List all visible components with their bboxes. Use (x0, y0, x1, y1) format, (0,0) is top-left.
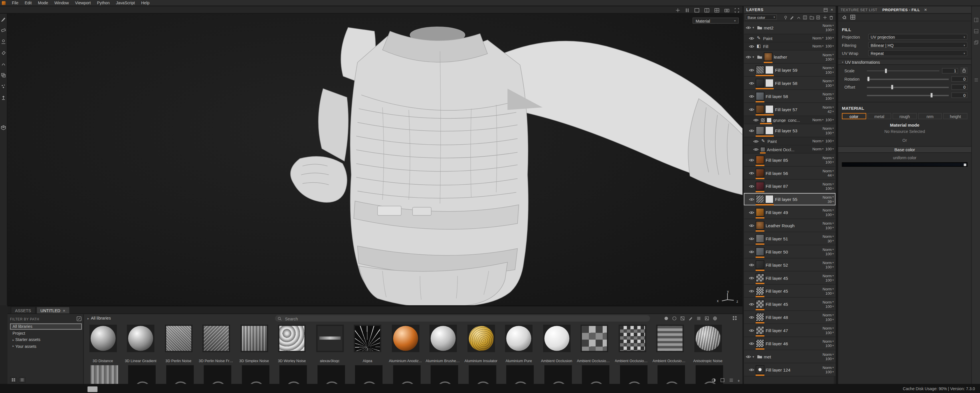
panel-bottom-icon[interactable] (974, 29, 978, 33)
layer-opacity-value[interactable]: 100 (826, 44, 832, 48)
assets-tab[interactable]: UNTITLED × (36, 306, 70, 313)
asset-item[interactable] (506, 365, 534, 384)
blend-mode-dropdown[interactable]: Norm (822, 126, 832, 130)
blend-mode-dropdown[interactable]: Norm (822, 326, 832, 330)
visibility-eye-icon[interactable] (748, 236, 754, 241)
visibility-eye-icon[interactable] (752, 118, 759, 122)
eraser-tool-icon[interactable] (1, 27, 6, 33)
add-layer-icon[interactable] (822, 14, 827, 19)
visibility-eye-icon[interactable] (748, 289, 754, 293)
add-asset-icon[interactable]: + (737, 378, 740, 382)
panel-right-icon[interactable] (974, 17, 978, 22)
folder-caret-icon[interactable]: ▾ (752, 355, 756, 358)
mask-icon[interactable] (803, 14, 807, 19)
add-fill-layer-icon[interactable] (816, 14, 821, 19)
blend-mode-dropdown[interactable]: Norm (822, 156, 832, 160)
blend-mode-dropdown[interactable]: Norm (812, 139, 821, 143)
close-icon[interactable]: × (63, 308, 65, 312)
shelf-icon[interactable] (974, 78, 978, 82)
panel-float-icon[interactable] (974, 40, 978, 45)
filter-link-icon[interactable] (76, 316, 82, 322)
visibility-eye-icon[interactable] (745, 25, 751, 29)
blend-mode-dropdown[interactable]: Norm (822, 79, 832, 82)
channel-button[interactable]: height (943, 113, 967, 119)
asset-item[interactable] (657, 365, 685, 384)
asset-item[interactable] (242, 365, 269, 384)
asset-item[interactable] (128, 365, 156, 384)
textures-filter-icon[interactable] (705, 316, 709, 321)
layer-opacity-value[interactable]: 100 (826, 304, 832, 308)
layer-opacity-value[interactable]: 100 (826, 370, 832, 374)
layer-row[interactable]: ▾ Fill layer 45 Norm▾ 100▾ (744, 285, 835, 298)
slider-handle[interactable] (931, 93, 933, 97)
slider[interactable] (867, 92, 949, 98)
channel-button[interactable]: nrm (918, 113, 942, 119)
layer-opacity-value[interactable]: 100 (826, 252, 832, 255)
asset-item[interactable]: 3D Worley Noise (274, 325, 310, 363)
layer-row[interactable]: ▾ met2 Norm▾ 100▾ (744, 21, 835, 34)
uniform-color-swatch[interactable] (842, 162, 967, 166)
blend-mode-dropdown[interactable]: Norm (822, 261, 832, 265)
visibility-eye-icon[interactable] (748, 171, 754, 175)
asset-item[interactable] (317, 365, 345, 384)
layer-row[interactable]: ▾ Fill layer 85 Norm▾ 100▾ (744, 154, 835, 166)
visibility-eye-icon[interactable] (748, 249, 754, 254)
slider-value-input[interactable]: 0 (951, 92, 968, 98)
blend-mode-dropdown[interactable]: Norm (822, 24, 832, 27)
asset-item[interactable]: alexav3logc (312, 325, 348, 363)
visibility-eye-icon[interactable] (748, 36, 754, 40)
viewport-3d[interactable]: Material ▾ y x z (8, 14, 743, 305)
layer-opacity-value[interactable]: 100 (826, 186, 832, 190)
blend-mode-dropdown[interactable]: Norm (822, 247, 832, 251)
visibility-eye-icon[interactable] (748, 302, 754, 306)
blend-mode-dropdown[interactable]: Norm (822, 313, 832, 317)
taskbar-item[interactable] (88, 387, 97, 392)
asset-item[interactable]: 3D Linear Gradient (123, 325, 159, 363)
asset-item[interactable]: Aluminium Pure (501, 325, 537, 363)
layer-row[interactable]: ▾ grunge_conc... Norm▾ 100▾ (744, 116, 835, 124)
layer-row[interactable]: ▾ Fill layer 51 Norm▾ 30▾ (744, 232, 835, 246)
uv-transformations-header[interactable]: ▾ UV transformations (838, 59, 971, 65)
menu-item[interactable]: Help (138, 0, 153, 6)
list-view-icon[interactable] (729, 378, 733, 383)
asset-item[interactable]: Ambient Occlusion ... (652, 325, 688, 363)
fullscreen-icon[interactable] (733, 7, 740, 13)
visibility-eye-icon[interactable] (745, 354, 751, 359)
blend-mode-dropdown[interactable]: Norm (822, 366, 832, 369)
brushes-filter-icon[interactable] (688, 316, 693, 321)
visibility-eye-icon[interactable] (748, 184, 754, 188)
layer-row[interactable]: ▾ Fill layer 50 Norm▾ 100▾ (744, 245, 835, 258)
layer-row[interactable]: ▾ Fill layer 55 Norm▾ 39▾ (744, 193, 835, 206)
alphas-filter-icon[interactable] (696, 316, 701, 321)
lock-icon[interactable] (961, 67, 967, 74)
layer-row[interactable]: ▾ leather Norm▾ 100▾ (744, 51, 835, 64)
clone-tool-icon[interactable] (1, 72, 6, 78)
blend-mode-dropdown[interactable]: Norm (822, 53, 832, 57)
menu-item[interactable]: Window (51, 0, 72, 6)
library-tree-item[interactable]: ▸ Your assets (10, 343, 82, 349)
layer-row[interactable]: ▾ Fill layer 58 Norm▾ 100▾ (744, 90, 835, 103)
slider-handle[interactable] (891, 85, 893, 89)
channel-button[interactable]: color (842, 113, 866, 119)
close-icon[interactable]: × (830, 8, 833, 12)
visibility-eye-icon[interactable] (748, 315, 754, 319)
visibility-eye-icon[interactable] (748, 128, 754, 133)
asset-item[interactable] (166, 365, 193, 384)
visibility-eye-icon[interactable] (748, 44, 754, 48)
layer-opacity-value[interactable]: 100 (826, 118, 832, 122)
environments-filter-icon[interactable] (713, 316, 718, 321)
channel-button[interactable]: rough (893, 113, 917, 119)
layer-opacity-value[interactable]: 100 (826, 278, 832, 282)
grid-view-icon[interactable] (714, 7, 720, 13)
library-tree-item[interactable]: Project (10, 330, 82, 336)
properties-tab[interactable]: TEXTURE SET LIST (841, 8, 877, 11)
slider[interactable] (867, 84, 949, 90)
layer-opacity-value[interactable]: 100 (826, 265, 832, 269)
pencil-icon[interactable] (789, 14, 794, 19)
asset-item[interactable]: Ambient Occlusion (539, 325, 574, 363)
slider-handle[interactable] (885, 68, 887, 73)
layer-opacity-value[interactable]: 100 (826, 131, 832, 135)
blend-mode-dropdown[interactable]: Norm (822, 274, 832, 277)
layer-row[interactable]: ▾ ✎ Paint Norm▾ 100▾ (744, 34, 835, 42)
asset-item[interactable] (620, 365, 647, 384)
